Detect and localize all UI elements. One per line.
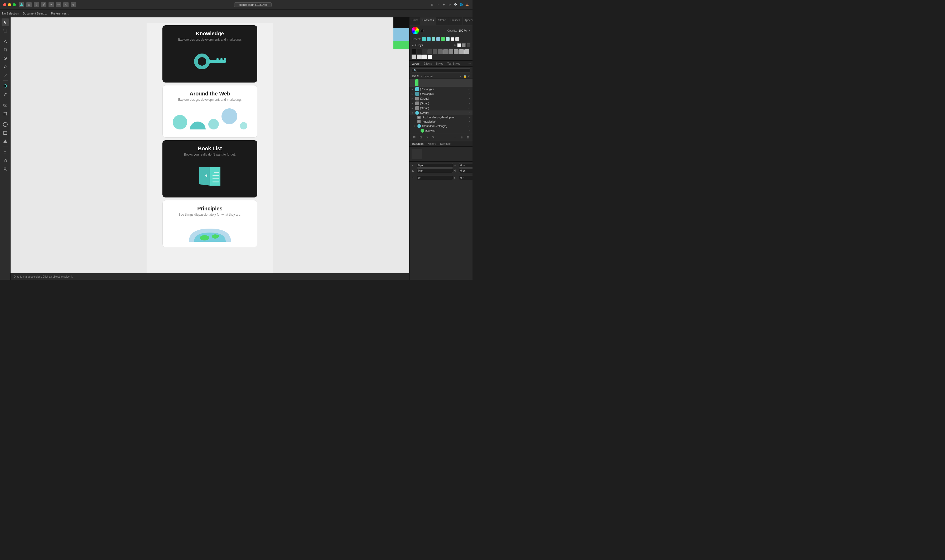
arrow-icon[interactable]: → — [436, 2, 440, 7]
layer-rect1[interactable]: ▶ (Rectangle) ✓ — [409, 87, 472, 91]
swatch-5[interactable] — [433, 49, 437, 54]
w-input[interactable] — [459, 163, 472, 168]
grid-icon[interactable]: ⊞ — [26, 2, 32, 8]
recent-color-3[interactable] — [432, 37, 435, 41]
tools-icon[interactable]: ⚙ — [447, 2, 452, 7]
layer-rect2-check[interactable]: ✓ — [468, 92, 470, 95]
layers-search-bar[interactable] — [409, 67, 472, 74]
knowledge-card[interactable]: Knowledge Explore design, development, a… — [162, 25, 257, 83]
tab-brushes[interactable]: Brushes — [448, 17, 462, 25]
lock-icon[interactable]: 🔒 — [463, 75, 466, 78]
tab-stroke[interactable]: Stroke — [436, 17, 448, 25]
layers-pen-icon[interactable]: ✎ — [431, 134, 436, 140]
settings-icon[interactable]: ⚙ — [468, 75, 470, 78]
layer-group3[interactable]: ▶ (Group) ✓ — [409, 106, 472, 111]
paint-tool[interactable] — [2, 55, 9, 62]
layers-search-input[interactable] — [412, 68, 470, 73]
swatch-10[interactable] — [459, 49, 464, 54]
recent-color-2[interactable] — [427, 37, 431, 41]
tab-styles[interactable]: Styles — [434, 61, 445, 66]
layer-rect2[interactable]: ▶ (Rectangle) ✓ — [409, 91, 472, 96]
color-wheel-icon[interactable] — [412, 27, 419, 34]
eyedropper-tool[interactable] — [2, 91, 9, 98]
layer-green-bar-item[interactable] — [409, 79, 472, 87]
layer-group1[interactable]: ▶ (Group) ✓ — [409, 96, 472, 101]
color-black-dot[interactable] — [420, 29, 424, 32]
x-input[interactable] — [417, 163, 453, 168]
layer-group4-check[interactable]: ✓ — [468, 112, 470, 114]
layer-group3-check[interactable]: ✓ — [468, 107, 470, 110]
select-tool[interactable] — [2, 18, 9, 26]
layer-group2-check[interactable]: ✓ — [468, 102, 470, 105]
flag-icon[interactable]: ⚑ — [442, 2, 446, 7]
pen-tool[interactable] — [2, 63, 9, 71]
star-icon[interactable]: ✦ — [49, 2, 54, 8]
swatch-1[interactable] — [412, 49, 416, 54]
rectangle-tool[interactable] — [2, 129, 9, 137]
canvas-area[interactable]: Knowledge Explore design, development, a… — [11, 17, 409, 280]
swatch-13[interactable] — [417, 55, 422, 59]
opacity-dropdown[interactable]: ▼ — [468, 29, 470, 32]
tab-text-styles[interactable]: Text Styles — [445, 61, 462, 66]
swatch-14[interactable] — [422, 55, 427, 59]
marquee-tool[interactable] — [2, 27, 9, 34]
layers-stack-icon[interactable]: ⊞ — [412, 134, 417, 140]
pen2-icon[interactable]: ⊘ — [71, 2, 76, 8]
recent-color-8[interactable] — [456, 37, 459, 41]
recent-color-1[interactable] — [422, 37, 426, 41]
tab-appearance[interactable]: Appearance — [462, 17, 472, 25]
recent-color-7[interactable] — [451, 37, 454, 41]
swatch-15[interactable] — [428, 55, 432, 59]
tab-navigator[interactable]: Navigator — [438, 141, 454, 146]
layers-mask-icon[interactable]: ◻ — [418, 134, 423, 140]
layers-delete-icon[interactable]: 🗑 — [465, 134, 470, 140]
grid2-icon[interactable]: ⊞ — [430, 2, 434, 7]
swatch-9[interactable] — [454, 49, 459, 54]
tab-history[interactable]: History — [426, 141, 438, 146]
tab-color[interactable]: Color — [409, 17, 420, 25]
swatch-2[interactable] — [417, 49, 422, 54]
zoom-tool[interactable] — [2, 165, 9, 173]
recent-color-5[interactable] — [441, 37, 445, 41]
tab-layers[interactable]: Layers — [409, 61, 422, 66]
swatch-8[interactable] — [448, 49, 453, 54]
layers-opacity-dropdown[interactable]: ▼ — [420, 75, 423, 78]
tab-swatches[interactable]: Swatches — [420, 17, 436, 25]
globe-icon[interactable]: 🌐 — [459, 2, 463, 7]
s-input[interactable] — [459, 175, 472, 180]
y-input[interactable] — [417, 168, 453, 173]
layer-text1-check[interactable]: ✓ — [468, 116, 470, 119]
color-tool[interactable] — [2, 82, 9, 90]
triangle-tool[interactable] — [2, 138, 9, 145]
window-buttons[interactable] — [3, 3, 16, 6]
share-icon[interactable]: ⇧ — [34, 2, 39, 8]
crop-tool[interactable] — [2, 46, 9, 54]
h-input[interactable] — [459, 168, 472, 173]
layer-group1-check[interactable]: ✓ — [468, 97, 470, 100]
tab-effects[interactable]: Effects — [422, 61, 434, 66]
swatch-4[interactable] — [428, 49, 432, 54]
book-list-card[interactable]: Book List Books you really don't want to… — [162, 140, 257, 197]
swatch-controls[interactable]: ⊞ — [454, 43, 470, 47]
r-input[interactable] — [417, 175, 453, 180]
image-tool[interactable] — [2, 102, 9, 109]
circle-shape-tool[interactable] — [2, 121, 9, 128]
text-tool[interactable]: T — [2, 148, 9, 156]
layers-add-icon[interactable]: + — [452, 134, 458, 140]
around-web-card[interactable]: Around the Web Explore design, developme… — [162, 85, 257, 138]
recent-color-6[interactable] — [446, 37, 449, 41]
minimize-button[interactable] — [8, 3, 11, 6]
cursor-icon[interactable]: ↖ — [63, 2, 69, 8]
swatch-6[interactable] — [438, 49, 443, 54]
layer-text2-check[interactable]: ✓ — [468, 120, 470, 123]
layer-group2[interactable]: ▶ (Group) ✓ — [409, 101, 472, 106]
layers-more-icon[interactable]: ⋯ — [467, 61, 472, 66]
layer-text1[interactable]: A (Explore design, developme ✓ — [409, 115, 472, 120]
document-setup-button[interactable]: Document Setup... — [23, 12, 47, 15]
hand-tool[interactable] — [2, 157, 9, 164]
layer-rounded-check[interactable]: ✓ — [468, 125, 470, 128]
layer-group4[interactable]: ▼ (Group) ✓ — [409, 111, 472, 115]
recent-color-4[interactable] — [436, 37, 440, 41]
tab-transform[interactable]: Transform — [409, 141, 426, 146]
transform-tool[interactable] — [2, 110, 9, 117]
